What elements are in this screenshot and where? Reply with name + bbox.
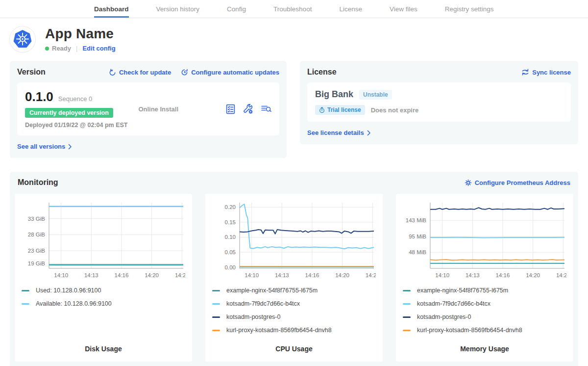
deployed-version-badge: Currently deployed version — [25, 108, 113, 118]
svg-text:0.10: 0.10 — [225, 234, 236, 240]
tab-dashboard[interactable]: Dashboard — [94, 0, 129, 18]
svg-text:14:10: 14:10 — [54, 272, 68, 278]
legend-swatch — [403, 290, 411, 291]
svg-text:14:20: 14:20 — [335, 272, 349, 278]
svg-text:14:20: 14:20 — [526, 272, 540, 278]
tab-license[interactable]: License — [339, 0, 362, 18]
sync-arrows-icon — [521, 69, 529, 76]
monitoring-section: Monitoring Configure Prometheus Address … — [10, 172, 578, 366]
chart-legend: Used: 10.128.0.96:9100Available: 10.128.… — [22, 287, 185, 314]
tab-troubleshoot[interactable]: Troubleshoot — [273, 0, 312, 18]
chart-title: Disk Usage — [22, 345, 185, 355]
license-card: License Sync license Big Bank Unstable — [300, 61, 578, 144]
svg-text:143 MiB: 143 MiB — [406, 217, 427, 223]
edit-config-link[interactable]: Edit config — [82, 45, 115, 52]
current-version-panel: 0.1.0 Sequence 0 Currently deployed vers… — [17, 82, 279, 135]
view-logs-button[interactable] — [261, 104, 271, 114]
svg-text:14:16: 14:16 — [305, 272, 319, 278]
tab-registry-settings[interactable]: Registry settings — [445, 0, 494, 18]
legend-swatch — [212, 316, 220, 318]
svg-text:95 MiB: 95 MiB — [409, 234, 426, 239]
legend-item: kurl-proxy-kotsadm-8569fb6454-dnvh8 — [212, 327, 376, 334]
legend-swatch — [403, 303, 411, 305]
refresh-icon — [109, 69, 116, 76]
legend-label: kurl-proxy-kotsadm-8569fb6454-dnvh8 — [226, 327, 332, 334]
sync-license-link[interactable]: Sync license — [521, 69, 571, 76]
legend-swatch — [403, 316, 411, 318]
svg-text:0.00: 0.00 — [225, 264, 236, 270]
clock-refresh-icon — [181, 69, 188, 76]
version-heading: Version — [17, 68, 46, 77]
legend-swatch — [22, 303, 29, 305]
disk-usage-chart: 19 GiB23 GiB28 GiB33 GiB14:1014:1314:161… — [22, 200, 185, 282]
legend-item: example-nginx-54f8f76755-l675m — [212, 287, 376, 294]
legend-label: kotsadm-7f9dc7d66c-b4tcx — [417, 300, 490, 307]
configure-prometheus-link[interactable]: Configure Prometheus Address — [465, 179, 570, 186]
see-all-versions-link[interactable]: See all versions — [17, 143, 72, 150]
tab-version-history[interactable]: Version history — [156, 0, 200, 18]
svg-text:48 MiB: 48 MiB — [409, 249, 426, 255]
svg-text:0.20: 0.20 — [225, 204, 236, 210]
memory-usage-chart: 48 MiB95 MiB143 MiB14:1014:1314:1614:201… — [403, 200, 566, 282]
cards-row: Version Check for update Configure au — [0, 61, 588, 158]
legend-swatch — [22, 290, 29, 291]
charts-row: 19 GiB23 GiB28 GiB33 GiB14:1014:1314:161… — [15, 194, 573, 362]
tab-config[interactable]: Config — [227, 0, 246, 18]
page-title: App Name — [45, 26, 116, 42]
checklist-icon — [225, 104, 236, 114]
svg-text:23 GiB: 23 GiB — [28, 248, 45, 254]
chevron-right-icon — [367, 130, 371, 136]
install-type-label: Online Install — [138, 105, 225, 113]
license-panel: Big Bank Unstable Trial license Does not… — [307, 82, 571, 122]
legend-label: kotsadm-postgres-0 — [417, 314, 471, 320]
svg-text:14:10: 14:10 — [435, 272, 449, 278]
cpu-usage-chart: 0.000.050.100.150.2014:1014:1314:1614:20… — [212, 200, 376, 282]
license-expiry: Does not expire — [371, 106, 419, 114]
legend-item: kurl-proxy-kotsadm-8569fb6454-dnvh8 — [403, 327, 566, 334]
svg-text:19 GiB: 19 GiB — [28, 261, 45, 266]
memory-usage-card: 48 MiB95 MiB143 MiB14:1014:1314:1614:201… — [396, 194, 573, 362]
svg-text:14:23: 14:23 — [556, 272, 566, 278]
legend-item: kotsadm-7f9dc7d66c-b4tcx — [212, 300, 376, 307]
legend-label: kurl-proxy-kotsadm-8569fb6454-dnvh8 — [417, 327, 522, 334]
license-heading: License — [307, 68, 337, 77]
see-license-details-link[interactable]: See license details — [307, 129, 371, 136]
version-number: 0.1.0 — [25, 89, 53, 105]
tab-view-files[interactable]: View files — [390, 0, 417, 18]
legend-item: kotsadm-7f9dc7d66c-b4tcx — [403, 300, 566, 307]
preflight-checks-button[interactable] — [225, 104, 236, 114]
status-dot — [45, 47, 49, 51]
stopwatch-icon — [319, 107, 325, 113]
license-name: Big Bank — [315, 89, 353, 100]
svg-text:14:23: 14:23 — [366, 272, 376, 278]
legend-item: kotsadm-postgres-0 — [212, 314, 376, 320]
chart-legend: example-nginx-54f8f76755-l675mkotsadm-7f… — [212, 287, 376, 340]
chart-legend: example-nginx-54f8f76755-l675mkotsadm-7f… — [403, 287, 566, 340]
legend-item: example-nginx-54f8f76755-l675m — [403, 287, 566, 294]
svg-text:14:13: 14:13 — [84, 272, 98, 278]
divider: | — [76, 45, 77, 52]
legend-item: Used: 10.128.0.96:9100 — [22, 287, 185, 294]
configure-automatic-updates-link[interactable]: Configure automatic updates — [181, 69, 279, 76]
legend-swatch — [212, 330, 220, 331]
legend-label: example-nginx-54f8f76755-l675m — [226, 287, 318, 294]
svg-text:0.15: 0.15 — [225, 219, 236, 225]
kubernetes-logo — [10, 26, 35, 52]
svg-text:28 GiB: 28 GiB — [28, 232, 45, 237]
check-for-update-link[interactable]: Check for update — [109, 69, 171, 76]
legend-label: Used: 10.128.0.96:9100 — [36, 287, 101, 294]
configure-version-button[interactable] — [243, 104, 253, 114]
legend-item: Available: 10.128.0.96:9100 — [22, 300, 185, 307]
legend-label: kotsadm-postgres-0 — [226, 314, 280, 320]
legend-swatch — [212, 303, 220, 305]
legend-swatch — [403, 330, 411, 331]
cpu-usage-card: 0.000.050.100.150.2014:1014:1314:1614:20… — [205, 194, 383, 362]
svg-text:14:16: 14:16 — [115, 272, 129, 278]
chevron-right-icon — [68, 144, 72, 150]
legend-swatch — [212, 290, 220, 291]
channel-badge: Unstable — [359, 90, 392, 100]
trial-license-badge: Trial license — [315, 105, 365, 115]
app-header: App Name Ready | Edit config — [0, 18, 588, 61]
status-badge: Ready — [52, 45, 71, 52]
svg-text:14:20: 14:20 — [145, 272, 159, 278]
